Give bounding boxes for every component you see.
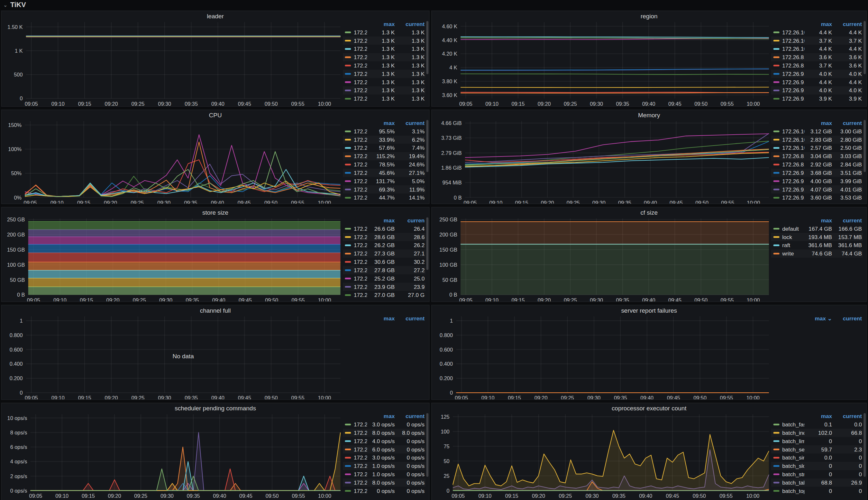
legend-series-label[interactable]: 172.26.8.13:20180 bbox=[782, 62, 804, 69]
series-swatch-icon[interactable] bbox=[774, 32, 780, 33]
legend-scrollbar[interactable] bbox=[426, 413, 429, 477]
legend-series-label[interactable]: 172.26.9.16:20180 bbox=[354, 267, 367, 273]
legend-series-label[interactable]: 172.26.8.12:20180 bbox=[782, 54, 804, 60]
legend-header-max[interactable]: max ⌄ bbox=[804, 315, 832, 321]
legend-series-label[interactable]: 172.26.10.21:20180 bbox=[354, 234, 367, 240]
legend-series-label[interactable]: 172.26.9.23:20180 bbox=[354, 88, 367, 93]
series-swatch-icon[interactable] bbox=[345, 48, 351, 50]
series-swatch-icon[interactable] bbox=[345, 457, 351, 458]
series-swatch-icon[interactable] bbox=[345, 189, 351, 190]
series-swatch-icon[interactable] bbox=[345, 448, 351, 450]
series-swatch-icon[interactable] bbox=[345, 197, 351, 198]
legend-series-label[interactable]: 172.26.10.21:20180 bbox=[782, 37, 804, 44]
series-swatch-icon[interactable] bbox=[345, 156, 351, 157]
legend-series-label[interactable]: 172.26.9.16:20180 bbox=[782, 170, 804, 176]
row-header-tikv[interactable]: ⌄ TiKV bbox=[3, 0, 26, 10]
series-swatch-icon[interactable] bbox=[774, 65, 780, 66]
series-swatch-icon[interactable] bbox=[345, 228, 351, 229]
series-swatch-icon[interactable] bbox=[345, 236, 351, 238]
legend-series-label[interactable]: 172.26.10.20:20180 bbox=[782, 128, 804, 134]
series-swatch-icon[interactable] bbox=[774, 98, 780, 100]
series-swatch-icon[interactable] bbox=[345, 440, 351, 442]
series-swatch-icon[interactable] bbox=[345, 180, 351, 182]
legend-series-label[interactable]: 172.26.8.12:20180 bbox=[354, 54, 367, 60]
series-swatch-icon[interactable] bbox=[774, 245, 780, 246]
legend-series-label[interactable]: 172.26.9.17:20180 bbox=[354, 471, 367, 477]
series-swatch-icon[interactable] bbox=[774, 236, 780, 238]
series-swatch-icon[interactable] bbox=[345, 294, 351, 296]
series-swatch-icon[interactable] bbox=[774, 189, 780, 190]
series-swatch-icon[interactable] bbox=[345, 164, 351, 166]
series-swatch-icon[interactable] bbox=[774, 73, 780, 75]
chart-cpu[interactable]: 09:0509:1009:1509:2009:2509:3009:3509:40… bbox=[6, 119, 342, 204]
legend-series-label[interactable]: 172.26.9.23:20180 bbox=[782, 186, 804, 193]
series-swatch-icon[interactable] bbox=[345, 490, 351, 492]
series-swatch-icon[interactable] bbox=[774, 482, 780, 483]
panel-title-store-size[interactable]: store size bbox=[2, 209, 429, 216]
series-swatch-icon[interactable] bbox=[345, 81, 351, 83]
legend-series-label[interactable]: 172.26.8.13:20180 bbox=[354, 455, 367, 461]
legend-series-label[interactable]: 172.26.9.24:20180 bbox=[782, 96, 804, 102]
series-swatch-icon[interactable] bbox=[774, 228, 780, 229]
legend-scrollbar[interactable] bbox=[864, 21, 866, 74]
series-swatch-icon[interactable] bbox=[345, 253, 351, 254]
series-swatch-icon[interactable] bbox=[774, 448, 780, 450]
legend-scrollbar[interactable] bbox=[864, 413, 866, 477]
series-swatch-icon[interactable] bbox=[774, 424, 780, 425]
series-swatch-icon[interactable] bbox=[774, 440, 780, 442]
series-swatch-icon[interactable] bbox=[345, 277, 351, 279]
legend-series-label[interactable]: batch_limit bbox=[782, 438, 804, 444]
series-swatch-icon[interactable] bbox=[345, 286, 351, 287]
series-swatch-icon[interactable] bbox=[774, 156, 780, 157]
legend-header-current[interactable]: current bbox=[394, 315, 424, 321]
series-swatch-icon[interactable] bbox=[774, 164, 780, 166]
series-swatch-icon[interactable] bbox=[345, 269, 351, 271]
legend-series-label[interactable]: 172.26.8.12:20180 bbox=[354, 446, 367, 453]
series-swatch-icon[interactable] bbox=[345, 90, 351, 91]
series-swatch-icon[interactable] bbox=[774, 147, 780, 149]
legend-series-label[interactable]: 172.26.9.24:20180 bbox=[354, 292, 367, 298]
series-swatch-icon[interactable] bbox=[345, 482, 351, 483]
legend-scrollbar[interactable] bbox=[426, 120, 429, 172]
series-swatch-icon[interactable] bbox=[345, 98, 351, 100]
series-swatch-icon[interactable] bbox=[774, 197, 780, 198]
legend-series-label[interactable]: 172.26.9.24:20180 bbox=[354, 96, 367, 102]
legend-header-max[interactable]: max bbox=[804, 217, 832, 223]
series-swatch-icon[interactable] bbox=[774, 139, 780, 140]
chart-scheduler-pending[interactable]: 09:0509:1009:1509:2009:2509:3009:3509:40… bbox=[6, 412, 342, 499]
series-swatch-icon[interactable] bbox=[774, 90, 780, 91]
legend-series-label[interactable]: 172.26.10.25:20180 bbox=[354, 46, 367, 52]
series-swatch-icon[interactable] bbox=[774, 432, 780, 433]
legend-series-label[interactable]: default bbox=[782, 226, 804, 232]
legend-series-label[interactable]: batch_slow_hash_aggr bbox=[782, 463, 804, 469]
legend-series-label[interactable]: 172.26.9.23:20180 bbox=[354, 186, 367, 193]
legend-series-label[interactable]: 172.26.9.16:20180 bbox=[354, 71, 367, 77]
legend-series-label[interactable]: 172.26.9.16:20180 bbox=[354, 170, 367, 176]
legend-header-max[interactable]: max bbox=[367, 315, 394, 321]
legend-series-label[interactable]: 172.26.9.24:20180 bbox=[782, 195, 804, 201]
legend-header-current[interactable]: current bbox=[394, 413, 424, 419]
series-swatch-icon[interactable] bbox=[345, 172, 351, 173]
legend-series-label[interactable]: 172.26.9.16:20180 bbox=[354, 463, 367, 469]
legend-series-label[interactable]: 172.26.10.25:20180 bbox=[354, 438, 367, 444]
panel-title-channel-full[interactable]: channel full bbox=[2, 307, 429, 314]
legend-series-label[interactable]: 172.26.9.17:20180 bbox=[354, 79, 367, 85]
series-swatch-icon[interactable] bbox=[345, 465, 351, 467]
legend-scrollbar[interactable] bbox=[426, 217, 429, 270]
legend-series-label[interactable]: 172.26.10.21:20180 bbox=[354, 430, 367, 436]
legend-series-label[interactable]: 172.26.10.20:20180 bbox=[782, 29, 804, 35]
legend-scrollbar[interactable] bbox=[426, 21, 429, 74]
panel-title-coprocessor-count[interactable]: coprocessor executor count bbox=[432, 405, 866, 412]
series-swatch-icon[interactable] bbox=[345, 40, 351, 42]
legend-series-label[interactable]: 172.26.8.12:20180 bbox=[782, 153, 804, 159]
series-swatch-icon[interactable] bbox=[774, 172, 780, 173]
series-swatch-icon[interactable] bbox=[774, 457, 780, 458]
legend-series-label[interactable]: 172.26.9.23:20180 bbox=[354, 284, 367, 290]
legend-series-label[interactable]: batch_table_scan bbox=[782, 479, 804, 486]
legend-series-label[interactable]: 172.26.9.23:20180 bbox=[354, 479, 367, 486]
chart-server-report-failures[interactable]: 09:0509:1009:1509:2009:2509:3009:3509:40… bbox=[436, 314, 770, 400]
series-swatch-icon[interactable] bbox=[345, 473, 351, 475]
legend-series-label[interactable]: 172.26.9.17:20180 bbox=[782, 79, 804, 85]
series-swatch-icon[interactable] bbox=[774, 130, 780, 132]
panel-title-server-report-failures[interactable]: server report failures bbox=[432, 307, 866, 314]
